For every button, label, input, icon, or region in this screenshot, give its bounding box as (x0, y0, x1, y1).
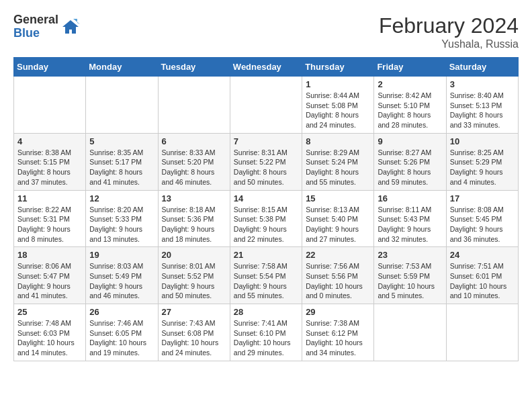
day-number: 10 (450, 136, 515, 146)
main-title: February 2024 (379, 13, 519, 38)
calendar-cell (230, 77, 302, 134)
calendar-cell: 11Sunrise: 8:22 AM Sunset: 5:31 PM Dayli… (14, 190, 86, 247)
day-info: Sunrise: 8:27 AM Sunset: 5:26 PM Dayligh… (378, 148, 442, 187)
day-number: 4 (17, 136, 82, 146)
calendar-cell: 8Sunrise: 8:29 AM Sunset: 5:24 PM Daylig… (302, 133, 374, 190)
day-info: Sunrise: 8:13 AM Sunset: 5:40 PM Dayligh… (306, 205, 370, 244)
calendar-cell: 25Sunrise: 7:48 AM Sunset: 6:03 PM Dayli… (14, 304, 86, 361)
calendar-cell: 15Sunrise: 8:13 AM Sunset: 5:40 PM Dayli… (302, 190, 374, 247)
day-number: 12 (89, 193, 154, 203)
calendar-week-row: 1Sunrise: 8:44 AM Sunset: 5:08 PM Daylig… (14, 77, 519, 134)
calendar-cell: 29Sunrise: 7:38 AM Sunset: 6:12 PM Dayli… (302, 304, 374, 361)
day-number: 2 (378, 79, 442, 89)
day-info: Sunrise: 8:01 AM Sunset: 5:52 PM Dayligh… (162, 261, 226, 301)
calendar-cell (446, 304, 518, 361)
day-info: Sunrise: 7:48 AM Sunset: 6:03 PM Dayligh… (17, 318, 82, 358)
day-number: 17 (450, 193, 515, 203)
calendar-cell: 21Sunrise: 7:58 AM Sunset: 5:54 PM Dayli… (230, 247, 302, 304)
header-monday: Monday (86, 58, 158, 77)
day-info: Sunrise: 7:53 AM Sunset: 5:59 PM Dayligh… (378, 261, 442, 301)
day-info: Sunrise: 8:03 AM Sunset: 5:49 PM Dayligh… (89, 261, 154, 301)
day-number: 29 (306, 307, 370, 317)
day-number: 13 (162, 193, 226, 203)
day-info: Sunrise: 7:38 AM Sunset: 6:12 PM Dayligh… (306, 318, 370, 358)
calendar-cell: 20Sunrise: 8:01 AM Sunset: 5:52 PM Dayli… (158, 247, 230, 304)
day-number: 21 (234, 250, 298, 260)
day-info: Sunrise: 8:06 AM Sunset: 5:47 PM Dayligh… (17, 261, 82, 301)
calendar-cell: 2Sunrise: 8:42 AM Sunset: 5:10 PM Daylig… (374, 77, 446, 134)
day-info: Sunrise: 8:08 AM Sunset: 5:45 PM Dayligh… (450, 205, 515, 244)
calendar-cell: 17Sunrise: 8:08 AM Sunset: 5:45 PM Dayli… (446, 190, 518, 247)
calendar-cell: 22Sunrise: 7:56 AM Sunset: 5:56 PM Dayli… (302, 247, 374, 304)
header-friday: Friday (374, 58, 446, 77)
day-info: Sunrise: 8:44 AM Sunset: 5:08 PM Dayligh… (306, 91, 370, 130)
calendar-week-row: 25Sunrise: 7:48 AM Sunset: 6:03 PM Dayli… (14, 304, 519, 361)
day-info: Sunrise: 8:31 AM Sunset: 5:22 PM Dayligh… (234, 148, 298, 187)
day-info: Sunrise: 8:11 AM Sunset: 5:43 PM Dayligh… (378, 205, 442, 244)
location: Yushala, Russia (379, 38, 519, 50)
day-number: 23 (378, 250, 442, 260)
calendar-cell: 27Sunrise: 7:43 AM Sunset: 6:08 PM Dayli… (158, 304, 230, 361)
day-number: 18 (17, 250, 82, 260)
calendar-cell: 24Sunrise: 7:51 AM Sunset: 6:01 PM Dayli… (446, 247, 518, 304)
day-info: Sunrise: 7:56 AM Sunset: 5:56 PM Dayligh… (306, 261, 370, 301)
calendar-cell: 3Sunrise: 8:40 AM Sunset: 5:13 PM Daylig… (446, 77, 518, 134)
day-info: Sunrise: 7:58 AM Sunset: 5:54 PM Dayligh… (234, 261, 298, 301)
day-info: Sunrise: 8:29 AM Sunset: 5:24 PM Dayligh… (306, 148, 370, 187)
calendar-cell: 7Sunrise: 8:31 AM Sunset: 5:22 PM Daylig… (230, 133, 302, 190)
logo: General Blue (13, 13, 80, 40)
calendar-cell: 12Sunrise: 8:20 AM Sunset: 5:33 PM Dayli… (86, 190, 158, 247)
day-number: 22 (306, 250, 370, 260)
calendar-cell: 6Sunrise: 8:33 AM Sunset: 5:20 PM Daylig… (158, 133, 230, 190)
day-number: 26 (89, 307, 154, 317)
calendar-week-row: 11Sunrise: 8:22 AM Sunset: 5:31 PM Dayli… (14, 190, 519, 247)
day-number: 7 (234, 136, 298, 146)
day-info: Sunrise: 8:42 AM Sunset: 5:10 PM Dayligh… (378, 91, 442, 130)
day-number: 25 (17, 307, 82, 317)
logo-general: General (13, 13, 58, 27)
header-thursday: Thursday (302, 58, 374, 77)
day-info: Sunrise: 8:35 AM Sunset: 5:17 PM Dayligh… (89, 148, 154, 187)
day-info: Sunrise: 8:38 AM Sunset: 5:15 PM Dayligh… (17, 148, 82, 187)
calendar-cell: 23Sunrise: 7:53 AM Sunset: 5:59 PM Dayli… (374, 247, 446, 304)
day-info: Sunrise: 8:18 AM Sunset: 5:36 PM Dayligh… (162, 205, 226, 244)
day-info: Sunrise: 8:20 AM Sunset: 5:33 PM Dayligh… (89, 205, 154, 244)
calendar-cell (374, 304, 446, 361)
day-info: Sunrise: 8:22 AM Sunset: 5:31 PM Dayligh… (17, 205, 82, 244)
day-number: 27 (162, 307, 226, 317)
day-number: 15 (306, 193, 370, 203)
calendar-cell: 13Sunrise: 8:18 AM Sunset: 5:36 PM Dayli… (158, 190, 230, 247)
calendar-cell: 26Sunrise: 7:46 AM Sunset: 6:05 PM Dayli… (86, 304, 158, 361)
logo-icon (61, 17, 80, 36)
day-info: Sunrise: 8:25 AM Sunset: 5:29 PM Dayligh… (450, 148, 515, 187)
day-number: 3 (450, 79, 515, 89)
day-number: 19 (89, 250, 154, 260)
day-number: 11 (17, 193, 82, 203)
day-info: Sunrise: 7:41 AM Sunset: 6:10 PM Dayligh… (234, 318, 298, 358)
calendar-cell: 10Sunrise: 8:25 AM Sunset: 5:29 PM Dayli… (446, 133, 518, 190)
day-number: 28 (234, 307, 298, 317)
day-info: Sunrise: 7:43 AM Sunset: 6:08 PM Dayligh… (162, 318, 226, 358)
logo-blue: Blue (13, 27, 58, 40)
day-number: 1 (306, 79, 370, 89)
day-number: 20 (162, 250, 226, 260)
day-number: 14 (234, 193, 298, 203)
calendar-cell (14, 77, 86, 134)
day-number: 24 (450, 250, 515, 260)
calendar-header-row: SundayMondayTuesdayWednesdayThursdayFrid… (14, 58, 519, 77)
title-block: February 2024 Yushala, Russia (379, 13, 519, 50)
svg-marker-0 (62, 20, 79, 34)
header-saturday: Saturday (446, 58, 518, 77)
day-info: Sunrise: 7:46 AM Sunset: 6:05 PM Dayligh… (89, 318, 154, 358)
day-number: 9 (378, 136, 442, 146)
page-header: General Blue February 2024 Yushala, Russ… (13, 13, 519, 50)
calendar-week-row: 4Sunrise: 8:38 AM Sunset: 5:15 PM Daylig… (14, 133, 519, 190)
calendar-cell: 28Sunrise: 7:41 AM Sunset: 6:10 PM Dayli… (230, 304, 302, 361)
calendar-cell: 18Sunrise: 8:06 AM Sunset: 5:47 PM Dayli… (14, 247, 86, 304)
header-sunday: Sunday (14, 58, 86, 77)
day-number: 16 (378, 193, 442, 203)
day-info: Sunrise: 7:51 AM Sunset: 6:01 PM Dayligh… (450, 261, 515, 301)
day-info: Sunrise: 8:33 AM Sunset: 5:20 PM Dayligh… (162, 148, 226, 187)
day-number: 5 (89, 136, 154, 146)
day-number: 8 (306, 136, 370, 146)
